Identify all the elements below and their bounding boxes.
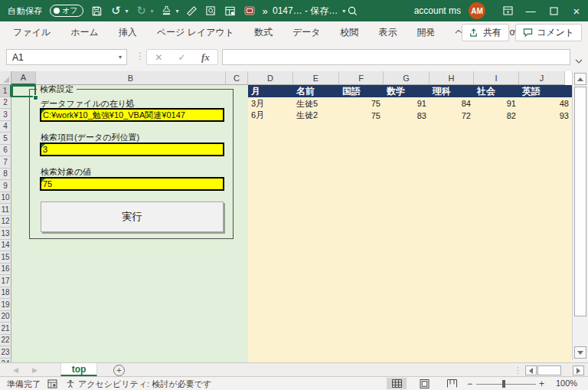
- accessibility-status[interactable]: アクセシビリティ: 検討が必要です: [78, 379, 211, 390]
- row-header-8[interactable]: 8: [0, 169, 11, 181]
- table-cell[interactable]: 82: [474, 110, 519, 122]
- autosave-toggle[interactable]: オフ: [50, 5, 83, 17]
- undo-icon[interactable]: ↺: [109, 5, 122, 17]
- zoom-slider-track[interactable]: [476, 384, 536, 385]
- table-cell[interactable]: 生徒5: [293, 97, 339, 110]
- document-title[interactable]: 0147… - 保存… ▾: [273, 0, 345, 21]
- scroll-down-icon[interactable]: [574, 346, 586, 359]
- table-cell[interactable]: 生徒2: [293, 110, 339, 122]
- zoom-in-icon[interactable]: +: [539, 379, 544, 389]
- row-header-2[interactable]: 2: [0, 97, 11, 110]
- column-header-A[interactable]: A: [11, 71, 36, 85]
- table-cell[interactable]: 91: [474, 97, 519, 110]
- page-layout-view-button[interactable]: [414, 378, 434, 389]
- name-box[interactable]: A1 ▾: [6, 49, 127, 65]
- sheet-nav-next-icon[interactable]: ▶: [32, 366, 38, 374]
- row-header-12[interactable]: 12: [0, 216, 11, 228]
- ribbon-tab-1[interactable]: ホーム: [60, 26, 109, 39]
- column-header-F[interactable]: F: [339, 71, 384, 85]
- table-header-cell[interactable]: 国語: [339, 85, 384, 97]
- table-header-cell[interactable]: 理科: [430, 85, 474, 97]
- column-header-I[interactable]: I: [474, 71, 519, 85]
- run-button[interactable]: 実行: [41, 202, 224, 232]
- row-header-16[interactable]: 16: [0, 264, 11, 276]
- table-tool-icon[interactable]: [224, 5, 237, 17]
- table-row[interactable]: 6月生徒27583728293: [248, 110, 572, 122]
- table-cell[interactable]: 75: [339, 110, 384, 122]
- account-name[interactable]: account ms: [414, 5, 461, 16]
- macro-status-icon[interactable]: [47, 379, 57, 390]
- sheet-nav-prev-icon[interactable]: ◀: [13, 366, 18, 374]
- zoom-slider-thumb[interactable]: [502, 380, 505, 388]
- ribbon-tab-6[interactable]: 校閲: [331, 26, 369, 39]
- undo-dropdown-icon[interactable]: ▾: [125, 8, 128, 15]
- column-header-H[interactable]: H: [430, 71, 474, 85]
- add-sheet-button[interactable]: +: [113, 365, 125, 376]
- column-header-D[interactable]: D: [248, 71, 293, 85]
- spreadsheet-grid[interactable]: 月名前国語数学理科社会英語 3月生徒57591849148 6月生徒275837…: [0, 71, 572, 362]
- qat-overflow-chevron[interactable]: »: [263, 5, 268, 17]
- row-header-1[interactable]: 1: [0, 85, 11, 97]
- table-header-cell[interactable]: 社会: [474, 85, 519, 97]
- row-header-7[interactable]: 7: [0, 156, 11, 169]
- row-header-21[interactable]: 21: [0, 323, 11, 335]
- ribbon-tab-4[interactable]: 数式: [244, 26, 283, 39]
- table-header-cell[interactable]: 数学: [384, 85, 430, 97]
- table-header-row[interactable]: 月名前国語数学理科社会英語: [248, 85, 572, 97]
- print-preview-icon[interactable]: [205, 5, 217, 17]
- table-header-cell[interactable]: 月: [248, 85, 293, 97]
- close-button[interactable]: ×: [565, 0, 588, 21]
- sheet-tab-top[interactable]: top: [60, 363, 97, 376]
- draw-ruler-icon[interactable]: [186, 5, 198, 17]
- ribbon-tab-file[interactable]: ファイル: [3, 26, 60, 39]
- row-header-23[interactable]: 23: [0, 346, 11, 359]
- scroll-left-icon[interactable]: [525, 365, 537, 375]
- quick-print-icon[interactable]: [161, 5, 173, 17]
- horizontal-scroll-thumb[interactable]: [537, 365, 561, 375]
- row-header-15[interactable]: 15: [0, 251, 11, 264]
- table-row[interactable]: 3月生徒57591849148: [248, 97, 572, 110]
- row-header-9[interactable]: 9: [0, 180, 11, 192]
- comments-button[interactable]: コメント: [515, 24, 582, 41]
- table-header-cell[interactable]: 英語: [519, 85, 572, 97]
- ribbon-tab-7[interactable]: 表示: [369, 26, 407, 39]
- ribbon-tab-8[interactable]: 開発: [407, 26, 446, 39]
- data-region-background[interactable]: [248, 85, 572, 362]
- vertical-scrollbar[interactable]: [572, 71, 588, 360]
- ribbon-tab-5[interactable]: データ: [283, 26, 331, 39]
- tabbar-splitter[interactable]: ⋮: [514, 365, 522, 375]
- column-header-B[interactable]: B: [36, 71, 226, 85]
- table-cell[interactable]: 3月: [248, 97, 293, 110]
- column-field[interactable]: 3: [41, 143, 224, 156]
- row-header-4[interactable]: 4: [0, 121, 11, 133]
- maximize-button[interactable]: [542, 0, 565, 21]
- page-break-view-button[interactable]: [442, 378, 462, 389]
- insert-function-icon[interactable]: fx: [201, 51, 210, 64]
- row-header-14[interactable]: 14: [0, 240, 11, 252]
- expand-formula-bar-icon[interactable]: [575, 53, 583, 67]
- zoom-level[interactable]: 100%: [556, 379, 577, 388]
- ribbon-display-options-icon[interactable]: [496, 0, 519, 21]
- column-header-G[interactable]: G: [384, 71, 430, 85]
- row-header-18[interactable]: 18: [0, 287, 11, 300]
- share-button[interactable]: 共有: [462, 24, 509, 41]
- name-box-dropdown-icon[interactable]: ▾: [119, 54, 122, 61]
- row-header-22[interactable]: 22: [0, 335, 11, 347]
- scroll-right-icon[interactable]: [573, 365, 584, 375]
- value-field[interactable]: 75: [41, 178, 224, 190]
- macro-record-icon[interactable]: [243, 5, 256, 17]
- save-icon[interactable]: [90, 5, 103, 17]
- row-header-17[interactable]: 17: [0, 275, 11, 287]
- row-header-6[interactable]: 6: [0, 145, 11, 157]
- formula-bar-splitter[interactable]: ⋮: [136, 51, 145, 61]
- table-cell[interactable]: 91: [384, 97, 430, 110]
- row-header-11[interactable]: 11: [0, 204, 11, 216]
- select-all-corner[interactable]: [0, 71, 11, 85]
- table-cell[interactable]: 83: [384, 110, 430, 122]
- column-header-C[interactable]: C: [226, 71, 248, 85]
- minimize-button[interactable]: —: [519, 0, 542, 21]
- formula-input[interactable]: [222, 49, 570, 65]
- search-icon[interactable]: [338, 0, 368, 21]
- table-header-cell[interactable]: 名前: [293, 85, 339, 97]
- row-header-20[interactable]: 20: [0, 311, 11, 323]
